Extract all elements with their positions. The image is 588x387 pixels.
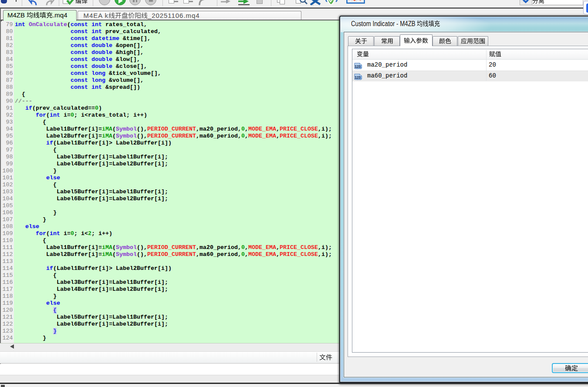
svg-text:123: 123 — [355, 75, 361, 80]
svg-text:123: 123 — [355, 64, 361, 69]
